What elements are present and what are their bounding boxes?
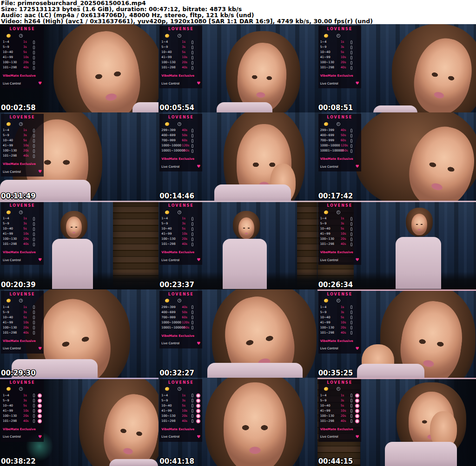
tip-menu-row: 5~93s bbox=[3, 398, 42, 403]
timestamp-label: 00:38:22 bbox=[1, 457, 36, 466]
live-control-row: Live Control♥ bbox=[320, 258, 359, 262]
lovense-logo-icon: ♥ bbox=[356, 81, 359, 85]
vibe-toy-icon bbox=[350, 61, 352, 65]
vibe-toy-icon bbox=[33, 149, 35, 153]
video-thumbnail-7: LOVENSE1~41s5~93s10~405s41~9910s100~1302… bbox=[0, 201, 159, 289]
video-thumbnail-2: LOVENSE1~41s5~93s10~405s41~9910s100~1302… bbox=[159, 24, 317, 112]
vibration-duration: 5s bbox=[23, 227, 33, 230]
tip-level-range: 101~298 bbox=[320, 420, 341, 423]
timestamp-label: 00:11:49 bbox=[1, 192, 36, 200]
vibration-duration: 10s bbox=[23, 56, 33, 59]
tip-level-range: 400~699 bbox=[161, 311, 182, 314]
vibe-toy-icon bbox=[350, 243, 352, 246]
vibe-toy-icon bbox=[350, 331, 352, 335]
tip-menu-row: 101~29840s bbox=[320, 419, 359, 424]
tip-menu-row: 41~9910s bbox=[161, 231, 200, 236]
live-control-row: Live Control♥ bbox=[320, 347, 359, 351]
vibe-toy-icon bbox=[33, 232, 35, 236]
tip-menu-header bbox=[3, 32, 42, 39]
vibe-toy-icon bbox=[33, 56, 35, 59]
file-info-header: File: primroseburchard_202506150016.mp4 … bbox=[0, 0, 476, 24]
vibration-duration: 1s bbox=[23, 129, 33, 132]
pattern-ring-icon bbox=[355, 399, 359, 403]
tip-level-range: 101~298 bbox=[320, 331, 341, 335]
tip-level-range: 10~40 bbox=[3, 139, 23, 142]
tip-menu-row: 100~13020s bbox=[320, 325, 359, 330]
tip-level-range: 41~99 bbox=[161, 232, 182, 236]
timestamp-label: 00:02:58 bbox=[1, 104, 36, 112]
vibe-toy-icon bbox=[350, 232, 352, 236]
vibration-duration: 10s bbox=[341, 232, 350, 236]
vibe-toy-icon bbox=[33, 404, 35, 407]
vibe-toy-icon bbox=[192, 51, 193, 54]
lovense-logo-icon: ♥ bbox=[38, 347, 42, 351]
tip-menu-row: 5~93s bbox=[3, 133, 42, 138]
vibration-duration: 3s bbox=[341, 222, 350, 225]
pattern-ring-icon bbox=[355, 404, 359, 408]
vibemate-exclusive-label: VibeMate Exclusive bbox=[161, 74, 200, 78]
subject-top bbox=[385, 442, 457, 466]
tip-level-range: 100~130 bbox=[320, 61, 341, 64]
tip-level-range: 10~40 bbox=[320, 404, 341, 407]
tip-level-range: 41~99 bbox=[161, 56, 182, 59]
tip-level-range: 100~130 bbox=[3, 149, 23, 152]
vibe-toy-icon bbox=[192, 232, 193, 236]
vibration-duration: 150s bbox=[341, 149, 350, 152]
tip-level-range: 10~40 bbox=[320, 227, 341, 230]
vibration-duration: 20s bbox=[182, 237, 192, 241]
video-thumbnail-14: LOVENSE1~41s5~93s10~405s41~9910s100~1302… bbox=[159, 378, 317, 466]
tip-level-range: 5~9 bbox=[161, 46, 182, 49]
video-thumbnail-5: LOVENSE299~39940s400~69950s700~99960s100… bbox=[159, 112, 317, 201]
clock-icon bbox=[178, 34, 181, 38]
vibration-duration: 40s bbox=[341, 66, 350, 69]
pattern-ring-icon bbox=[38, 409, 42, 413]
tip-level-range: 100~130 bbox=[320, 326, 341, 329]
subject-top bbox=[207, 363, 303, 378]
tip-level-range: 700~999 bbox=[161, 139, 182, 142]
timestamp-label: 00:35:25 bbox=[318, 369, 353, 377]
tip-menu-row: 5~93s bbox=[161, 398, 200, 403]
pattern-ring-icon bbox=[196, 419, 200, 423]
vibration-duration: 1s bbox=[182, 217, 192, 220]
tip-level-range: 400~699 bbox=[320, 134, 341, 137]
tip-menu-row: 1~41s bbox=[3, 39, 42, 45]
tip-menu-row: 100~13020s bbox=[3, 60, 42, 65]
live-control-label: Live Control bbox=[320, 82, 338, 85]
subject-top bbox=[217, 102, 272, 112]
pattern-ring-icon bbox=[355, 414, 359, 418]
tip-coin-icon bbox=[6, 33, 11, 38]
tip-level-range: 5~9 bbox=[161, 222, 182, 225]
vibe-toy-icon bbox=[192, 40, 193, 44]
vibe-toy-icon bbox=[192, 315, 193, 319]
tip-menu-row: 1~41s bbox=[320, 393, 359, 398]
tip-menu-row: 5~93s bbox=[3, 45, 42, 50]
tip-level-range: 299~399 bbox=[161, 306, 182, 309]
vibration-duration: 3s bbox=[182, 46, 192, 49]
tip-coin-icon bbox=[165, 298, 170, 303]
vibe-toy-icon bbox=[350, 414, 352, 418]
tip-menu-row: 101~29840s bbox=[320, 330, 359, 335]
vibe-toy-icon bbox=[192, 305, 193, 309]
vibe-toy-icon bbox=[33, 222, 35, 226]
vibe-toy-icon bbox=[33, 394, 35, 397]
vibemate-exclusive-label: VibeMate Exclusive bbox=[161, 157, 200, 161]
tip-coin-icon bbox=[6, 122, 11, 126]
tip-level-range: 41~99 bbox=[320, 409, 341, 413]
vibe-toy-icon bbox=[33, 61, 35, 65]
vibe-toy-icon bbox=[350, 409, 352, 413]
tip-level-range: 1~4 bbox=[3, 129, 23, 132]
tip-level-range: 1000~10000 bbox=[161, 321, 182, 324]
vibe-toy-icon bbox=[192, 61, 193, 65]
live-control-label: Live Control bbox=[161, 258, 179, 262]
subject-top bbox=[223, 239, 267, 289]
vibe-toy-icon bbox=[33, 243, 35, 246]
vibemate-exclusive-label: VibeMate Exclusive bbox=[161, 334, 200, 338]
tip-level-range: 10~40 bbox=[3, 51, 23, 54]
vibe-toy-icon bbox=[350, 56, 352, 59]
clock-icon bbox=[337, 122, 340, 126]
tip-level-range: 1~4 bbox=[161, 217, 182, 220]
tip-menu-row: 1~41s bbox=[161, 216, 200, 221]
live-control-row: Live Control♥ bbox=[161, 341, 200, 346]
tip-menu-row: 10~405s bbox=[3, 138, 42, 143]
vibration-duration: 20s bbox=[23, 326, 33, 329]
